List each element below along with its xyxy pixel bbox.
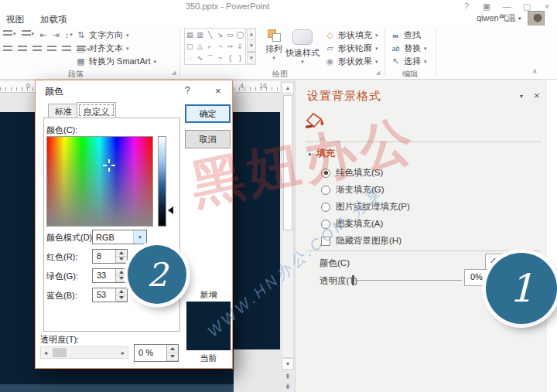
shape-icon[interactable]: ╲ [205, 29, 215, 40]
checkbox-icon[interactable] [321, 237, 330, 246]
shape-icon[interactable]: ▭ [225, 29, 235, 40]
bullet-list-icon[interactable]: ▾ [3, 30, 16, 38]
tab-addins[interactable]: 加载项 [40, 14, 67, 26]
ok-button[interactable]: 确定 [185, 104, 231, 123]
dialog-close-icon[interactable]: × [215, 85, 221, 97]
paragraph-dialog-launcher-icon[interactable]: ◢ [172, 70, 176, 76]
shape-icon[interactable]: ◌ [185, 53, 195, 64]
radio-icon[interactable] [321, 186, 330, 195]
tab-custom[interactable]: 自定义 [77, 102, 116, 118]
fill-section-header[interactable]: ▲ 填充 [307, 147, 335, 160]
scroll-down-icon[interactable]: ▼ [282, 358, 294, 370]
shape-effects-button[interactable]: ◉ 形状效果▾ [325, 56, 378, 67]
account-dropdown-icon[interactable]: ▾ [518, 15, 521, 22]
shape-icon[interactable]: ⌒ [205, 53, 215, 64]
scrollbar-thumb[interactable] [53, 348, 67, 357]
transparency-scrollbar[interactable]: ◂ ▸ [40, 346, 128, 359]
option-gradient-fill[interactable]: 渐变填充(G) [321, 184, 384, 196]
dialog-help-icon[interactable]: ? [185, 85, 190, 96]
shape-icon[interactable]: ↘ [215, 29, 225, 40]
pane-options-icon[interactable]: ▾ [520, 93, 523, 100]
shape-icon[interactable]: ▤ [185, 29, 195, 40]
select-button[interactable]: ↖ 选择▾ [391, 56, 427, 67]
justify-icon[interactable] [47, 46, 56, 53]
hide-background-checkbox[interactable]: 隐藏背景图形(H) [321, 235, 402, 247]
gallery-up-icon[interactable]: ▲ [248, 29, 255, 40]
shape-gallery-scrollbar[interactable]: ▲ ▼ ▼ [247, 28, 256, 65]
spin-up-icon[interactable] [116, 250, 127, 257]
spin-up-icon[interactable] [116, 288, 127, 295]
align-left-icon[interactable] [3, 46, 12, 53]
shape-icon[interactable]: ⇩ [235, 40, 245, 52]
text-direction-button[interactable]: ⇅ 文字方向▾ [76, 29, 129, 41]
shape-icon[interactable]: ~ [215, 53, 225, 64]
transparency-slider-thumb[interactable] [352, 275, 354, 285]
shape-icon[interactable]: } [235, 53, 245, 64]
scroll-up-icon[interactable]: ▲ [282, 82, 294, 94]
green-stepper[interactable]: 33 [92, 268, 128, 283]
scroll-left-icon[interactable]: ◂ [41, 349, 50, 356]
spin-up-icon[interactable] [116, 269, 127, 276]
pane-close-icon[interactable]: × [534, 90, 540, 101]
replace-button[interactable]: ab 替换▾ [391, 43, 427, 54]
increase-indent-icon[interactable]: ⇥ [52, 30, 59, 40]
red-stepper[interactable]: 8 [92, 249, 128, 264]
blue-stepper[interactable]: 53 [92, 288, 128, 302]
help-icon[interactable]: ? [458, 1, 475, 12]
align-center-icon[interactable] [18, 46, 27, 53]
cancel-button[interactable]: 取消 [185, 130, 231, 148]
color-spectrum[interactable] [46, 136, 153, 227]
paint-bucket-icon[interactable] [305, 112, 325, 132]
shape-icon[interactable]: ▢ [185, 40, 195, 52]
distributed-icon[interactable] [62, 46, 71, 53]
shape-icon[interactable]: ▥ [195, 29, 205, 40]
shape-icon[interactable]: ⇨ [225, 40, 235, 52]
luminance-bar[interactable] [158, 136, 166, 227]
luminance-arrow-icon[interactable] [168, 206, 173, 214]
avatar[interactable] [528, 11, 545, 26]
color-mode-dropdown[interactable]: RGB ▾ [92, 230, 147, 244]
spin-down-icon[interactable] [116, 295, 127, 302]
find-button[interactable]: ∞ 查找 [391, 29, 421, 41]
arrange-button[interactable]: 排列 ▾ [263, 29, 285, 61]
minimize-icon[interactable]: — [498, 1, 515, 12]
next-slide-icon[interactable]: ⇟ [282, 381, 294, 392]
gallery-down-icon[interactable]: ▼ [248, 40, 255, 52]
shape-fill-button[interactable]: ◇ 形状填充▾ [325, 29, 378, 41]
line-spacing-icon[interactable]: ↕▾ [65, 30, 73, 39]
gallery-more-icon[interactable]: ▼ [248, 52, 255, 64]
tab-view[interactable]: 视图 [6, 14, 24, 26]
close-icon[interactable]: × [538, 1, 555, 12]
option-solid-fill[interactable]: 纯色填充(S) [321, 167, 383, 179]
tab-standard[interactable]: 标准 [48, 104, 79, 118]
restore-icon[interactable]: ▢ [518, 1, 535, 12]
shape-icon[interactable]: ∿ [195, 53, 205, 64]
radio-icon[interactable] [321, 220, 330, 229]
option-picture-fill[interactable]: 图片或纹理填充(P) [321, 201, 410, 213]
shape-icon[interactable]: { [225, 53, 235, 64]
shape-outline-button[interactable]: ▱ 形状轮廓▾ [325, 43, 378, 54]
convert-smartart-button[interactable]: ▦ 转换为 SmartArt▾ [76, 56, 156, 67]
decrease-indent-icon[interactable]: ⇤ [39, 30, 46, 40]
shape-icon[interactable]: ◯ [235, 29, 245, 40]
align-right-icon[interactable] [32, 46, 42, 53]
spin-down-icon[interactable] [116, 276, 127, 283]
radio-icon[interactable] [321, 203, 330, 212]
quick-styles-button[interactable]: 快速样式 ▾ [285, 29, 320, 65]
spin-down-icon[interactable] [167, 353, 178, 362]
drawing-dialog-launcher-icon[interactable]: ◢ [376, 70, 380, 76]
scrollbar-thumb[interactable] [283, 95, 292, 230]
spin-up-icon[interactable] [167, 345, 178, 353]
align-text-button[interactable]: ▤ 对齐文本▾ [76, 43, 129, 54]
spin-down-icon[interactable] [116, 257, 127, 264]
shape-icon[interactable]: ¬ [215, 40, 225, 52]
option-pattern-fill[interactable]: 图案填充(A) [321, 218, 383, 230]
shape-icon[interactable]: △ [195, 40, 205, 52]
ribbon-display-icon[interactable]: ▣ [478, 1, 495, 12]
collapse-ribbon-icon[interactable]: ∧ [532, 67, 538, 75]
radio-icon[interactable] [321, 169, 330, 178]
scroll-right-icon[interactable]: ▸ [118, 349, 128, 356]
transparency-stepper[interactable]: 0 % [134, 344, 179, 362]
shape-icon[interactable]: ⌐ [205, 40, 215, 52]
numbered-list-icon[interactable]: ▾ [22, 30, 35, 38]
